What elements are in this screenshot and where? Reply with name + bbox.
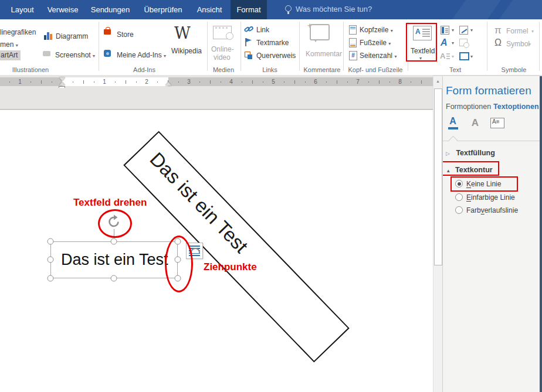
tab-verweise[interactable]: Verweise [48, 0, 79, 19]
dropdown-arrow-icon: ▾ [164, 53, 166, 59]
text-effects-icon[interactable]: A [466, 116, 484, 134]
drop-cap-icon[interactable]: A [440, 52, 445, 60]
radio-farbverlaufslinie[interactable] [455, 206, 463, 214]
scroll-up-arrow-icon[interactable]: ▲ [433, 76, 442, 87]
ruler-tick [210, 80, 211, 84]
hanging-indent-marker[interactable] [59, 82, 65, 86]
horizontal-ruler: 112345678 [0, 75, 433, 88]
ribbon: linegrafiken men ▾ artArt Diagramm Scree… [0, 19, 542, 76]
ruler-tick [115, 81, 116, 83]
online-graphics-button[interactable]: linegrafiken [0, 28, 36, 36]
online-video-button[interactable]: Online- [211, 45, 234, 53]
dropdown-arrow-icon: ▾ [529, 42, 531, 47]
wordart-icon[interactable]: A [441, 38, 448, 48]
ruler-tick [389, 81, 390, 83]
dropdown-arrow-icon[interactable]: ▾ [470, 54, 473, 59]
sizing-handle[interactable] [111, 238, 117, 245]
object-icon[interactable] [459, 52, 469, 60]
ruler-tick [326, 81, 327, 83]
ruler-tick [157, 81, 158, 83]
ruler-tick [94, 81, 94, 83]
textbox-button-highlight [406, 23, 437, 62]
quick-parts-icon [441, 26, 449, 35]
text-fill-a: A [449, 116, 456, 126]
tab-ueberpruefen[interactable]: Überprüfen [144, 0, 182, 19]
page-number-icon: # [349, 51, 357, 60]
symbol-button[interactable]: Symbol [506, 40, 530, 48]
vertical-scrollbar[interactable]: ▲ [433, 76, 442, 392]
radio-einfarbige-linie[interactable] [455, 193, 463, 201]
ribbon-tab-bar: Layout Verweise Sendungen Überprüfen Ans… [0, 0, 542, 19]
shapes-button[interactable]: men ▾ [0, 40, 18, 49]
group-label-links: Links [262, 66, 277, 73]
section-textfuellung[interactable]: ▷ Textfüllung [446, 147, 495, 158]
annotation-handles-label: Ziehpunkte [204, 261, 257, 273]
dropdown-arrow-icon[interactable]: ▾ [452, 28, 454, 33]
smartart-button[interactable]: artArt [0, 50, 21, 60]
store-button[interactable]: Store [117, 30, 134, 39]
dropdown-arrow-icon[interactable]: ▾ [452, 41, 454, 46]
header-label: Kopfzeile [360, 26, 388, 34]
header-icon [349, 25, 357, 35]
link-button[interactable]: Link [256, 26, 269, 34]
pane-tab-textoptionen[interactable]: Textoptionen [493, 103, 539, 111]
dropdown-arrow-icon: ▾ [93, 53, 95, 59]
signature-line-icon[interactable] [459, 26, 468, 35]
footer-button[interactable]: Fußzeile ▾ [360, 39, 391, 47]
ruler-tick [178, 81, 179, 83]
sizing-handle[interactable] [48, 257, 54, 263]
formula-pi-icon: π [494, 25, 502, 36]
ruler-tick [368, 81, 369, 83]
dropdown-arrow-icon[interactable]: ▾ [470, 28, 473, 33]
group-label-kopf-fusszeile: Kopf- und Fußzeile [348, 66, 403, 73]
ruler-tick [199, 81, 200, 83]
textbox-layout-icon[interactable]: A≡ [489, 116, 506, 134]
group-separator [539, 22, 540, 71]
pane-tab-formoptionen[interactable]: Formoptionen [446, 103, 491, 111]
cross-reference-button[interactable]: Querverweis [256, 52, 296, 60]
ruler-number: 4 [229, 79, 233, 85]
tab-ansicht[interactable]: Ansicht [197, 0, 222, 19]
ruler-tick [337, 80, 337, 84]
online-video-button-line2[interactable]: video [214, 53, 231, 62]
dropdown-arrow-icon: ▾ [391, 28, 393, 33]
section-textfuellung-label: Textfüllung [456, 149, 494, 157]
group-separator [207, 22, 208, 71]
bookmark-button[interactable]: Textmarke [256, 39, 289, 47]
group-separator [99, 22, 99, 71]
text-fill-outline-icon[interactable]: A [444, 116, 462, 134]
page-number-button[interactable]: Seitenzahl ▾ [360, 52, 397, 60]
screenshot-button[interactable]: Screenshot ▾ [55, 51, 95, 59]
scrollbar-thumb[interactable] [434, 88, 442, 265]
ruler-tick [347, 81, 348, 83]
tell-me-search[interactable]: Was möchten Sie tun? [296, 5, 372, 13]
my-addins-button[interactable]: Meine Add-Ins ▾ [117, 51, 166, 59]
header-button[interactable]: Kopfzeile ▾ [360, 26, 393, 34]
right-indent-marker[interactable] [165, 82, 171, 86]
ruler-tick [9, 81, 10, 83]
group-label-symbole: Symbole [502, 66, 527, 73]
wikipedia-button[interactable]: Wikipedia [171, 47, 202, 55]
dropdown-arrow-icon: ▾ [531, 29, 534, 34]
ruler-number: 8 [398, 79, 402, 85]
first-line-indent-marker[interactable] [59, 77, 65, 81]
radio-farbverlaufslinie-label: Farbverlaufslinie [466, 206, 518, 214]
sizing-handle[interactable] [48, 275, 54, 282]
tab-layout[interactable]: Layout [11, 0, 33, 19]
sizing-handle[interactable] [48, 238, 54, 245]
page-number-label: Seitenzahl [360, 52, 392, 60]
link-icon [244, 25, 253, 34]
sizing-handle[interactable] [111, 275, 117, 282]
comment-button[interactable]: Kommentar [306, 50, 342, 58]
comment-plus-icon: + [307, 21, 313, 27]
formula-button[interactable]: Formel [506, 27, 528, 35]
ruler-tick [421, 80, 422, 84]
date-time-icon[interactable] [459, 39, 468, 46]
ruler-tick [83, 80, 84, 84]
tab-format[interactable]: Format [236, 0, 260, 19]
ruler-tick [31, 81, 31, 83]
selected-textbox[interactable]: Das ist ein Test [50, 241, 178, 278]
chart-button[interactable]: Diagramm [56, 32, 88, 40]
shapes-label: men [0, 40, 13, 49]
tab-sendungen[interactable]: Sendungen [91, 0, 130, 19]
